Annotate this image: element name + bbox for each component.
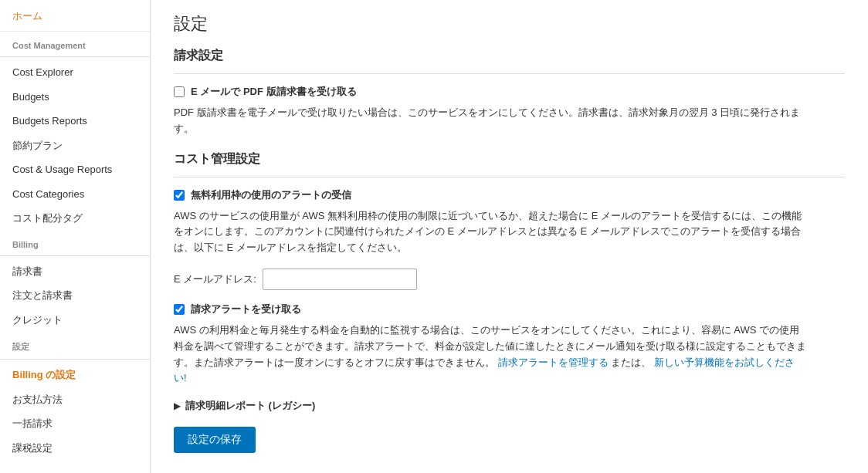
email-address-label: E メールアドレス:	[174, 272, 256, 286]
pdf-email-description: PDF 版請求書を電子メールで受け取りたい場合は、このサービスをオンにしてくださ…	[174, 105, 807, 137]
sidebar-item-savings-plans[interactable]: 節約プラン	[0, 133, 150, 158]
page-title: 設定	[174, 12, 845, 35]
billing-alert-mid-text: または、	[611, 356, 651, 368]
legacy-report-collapsible[interactable]: ▶ 請求明細レポート (レガシー)	[174, 399, 845, 413]
sidebar-item-consolidated-billing[interactable]: 一括請求	[0, 411, 150, 436]
billing-alert-manage-link[interactable]: 請求アラートを管理する	[498, 356, 609, 368]
sidebar-item-credits[interactable]: クレジット	[0, 308, 150, 333]
main-content: 設定 請求設定 E メールで PDF 版請求書を受け取る PDF 版請求書を電子…	[151, 0, 868, 473]
sidebar-item-invoices[interactable]: 請求書	[0, 259, 150, 284]
billing-alert-description: AWS の利用料金と毎月発生する料金を自動的に監視する場合は、このサービスをオン…	[174, 323, 807, 387]
pdf-email-checkbox[interactable]	[174, 86, 185, 97]
sidebar-section-cost-management: Cost Management	[0, 32, 150, 53]
sidebar-item-cost-explorer[interactable]: Cost Explorer	[0, 60, 150, 85]
email-address-input[interactable]	[263, 269, 417, 290]
free-tier-alert-description: AWS のサービスの使用量が AWS 無料利用枠の使用の制限に近づいているか、超…	[174, 208, 807, 256]
sidebar: ホーム Cost Management Cost Explorer Budget…	[0, 0, 151, 473]
cost-management-section: コスト管理設定 無料利用枠の使用のアラートの受信 AWS のサービスの使用量が …	[174, 151, 845, 454]
billing-section-title: 請求設定	[174, 48, 845, 64]
sidebar-item-cost-allocation-tags[interactable]: コスト配分タグ	[0, 206, 150, 231]
free-tier-alert-checkbox[interactable]	[174, 190, 185, 201]
sidebar-item-budgets-reports[interactable]: Budgets Reports	[0, 109, 150, 133]
chevron-right-icon: ▶	[174, 400, 181, 411]
cost-section-title: コスト管理設定	[174, 151, 845, 167]
pdf-email-label[interactable]: E メールで PDF 版請求書を受け取る	[191, 85, 357, 99]
sidebar-item-orders-invoices[interactable]: 注文と請求書	[0, 283, 150, 308]
sidebar-item-budgets[interactable]: Budgets	[0, 85, 150, 110]
billing-alert-label[interactable]: 請求アラートを受け取る	[191, 302, 301, 316]
save-settings-button[interactable]: 設定の保存	[174, 427, 256, 453]
billing-settings-section: 請求設定 E メールで PDF 版請求書を受け取る PDF 版請求書を電子メール…	[174, 48, 845, 137]
sidebar-item-tax-settings[interactable]: 課税設定	[0, 436, 150, 461]
sidebar-item-cost-categories[interactable]: Cost Categories	[0, 182, 150, 207]
sidebar-item-payment-method[interactable]: お支払方法	[0, 387, 150, 412]
sidebar-item-cost-usage-reports[interactable]: Cost & Usage Reports	[0, 157, 150, 182]
sidebar-item-billing-settings[interactable]: Billing の設定	[0, 363, 150, 387]
sidebar-home[interactable]: ホーム	[0, 0, 150, 32]
free-tier-alert-label[interactable]: 無料利用枠の使用のアラートの受信	[191, 188, 351, 202]
sidebar-section-billing: Billing	[0, 231, 150, 252]
billing-alert-checkbox[interactable]	[174, 304, 185, 315]
legacy-report-label: 請求明細レポート (レガシー)	[185, 399, 315, 413]
sidebar-section-settings: 設定	[0, 332, 150, 356]
